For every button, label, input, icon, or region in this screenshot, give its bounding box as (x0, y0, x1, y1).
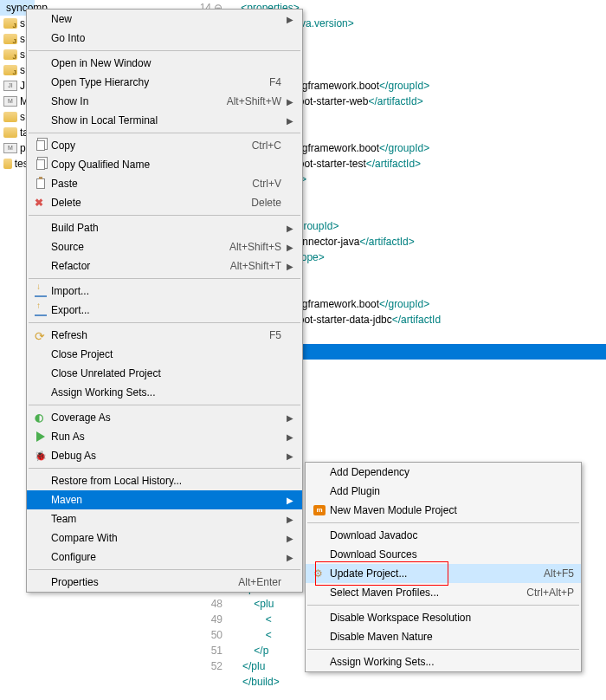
submenu-arrow-icon: ▶ (285, 262, 295, 271)
menu-shortcut: Alt+Shift+S (229, 241, 281, 253)
menu-label: Disable Workspace Resolution (330, 612, 574, 624)
menu-item-delete[interactable]: DeleteDelete (27, 193, 302, 212)
menu-item-compare-with[interactable]: Compare With▶ (27, 528, 302, 548)
menu-label: Show In (51, 95, 227, 107)
menu-label: Copy Qualified Name (51, 159, 285, 171)
menu-separator (29, 50, 300, 51)
submenu-arrow-icon: ▶ (285, 451, 295, 461)
menu-label: Download Sources (330, 548, 574, 561)
menu-item-download-javadoc[interactable]: Download Javadoc (306, 526, 581, 545)
menu-item-run-as[interactable]: Run As▶ (27, 427, 302, 446)
menu-shortcut: Delete (251, 197, 281, 209)
submenu-arrow-icon: ▶ (285, 496, 295, 505)
menu-item-download-sources[interactable]: Download Sources (306, 545, 581, 564)
menu-label: Configure (51, 551, 285, 563)
tree-label: s (20, 64, 25, 76)
menu-item-source[interactable]: SourceAlt+Shift+S▶ (27, 237, 302, 256)
menu-item-select-maven-profiles[interactable]: Select Maven Profiles...Ctrl+Alt+P (306, 583, 581, 602)
folder-icon: M (3, 143, 17, 153)
menu-item-update-project[interactable]: Update Project...Alt+F5 (306, 564, 581, 583)
menu-item-configure[interactable]: Configure▶ (27, 548, 302, 567)
folder-icon (3, 127, 17, 138)
menu-label: Download Javadoc (330, 529, 574, 541)
folder-icon (3, 18, 17, 29)
menu-separator (307, 649, 579, 650)
menu-label: Maven (51, 494, 285, 506)
menu-item-refactor[interactable]: RefactorAlt+Shift+T▶ (27, 256, 302, 275)
menu-label: Open in New Window (51, 57, 285, 69)
menu-item-restore-from-local-history[interactable]: Restore from Local History... (27, 471, 302, 490)
menu-label: Delete (51, 197, 251, 209)
debug-icon (30, 450, 51, 462)
m2-icon (309, 505, 330, 515)
menu-item-coverage-as[interactable]: Coverage As▶ (27, 408, 302, 427)
folder-icon (3, 65, 17, 75)
menu-item-disable-workspace-resolution[interactable]: Disable Workspace Resolution (306, 608, 581, 627)
menu-label: Source (51, 241, 229, 253)
menu-label: Import... (51, 285, 285, 297)
menu-label: Debug As (51, 450, 285, 462)
menu-shortcut: Alt+F5 (544, 567, 574, 580)
folder-icon: JI (3, 81, 17, 91)
menu-item-team[interactable]: Team▶ (27, 509, 302, 528)
menu-label: Run As (51, 431, 285, 443)
menu-shortcut: Ctrl+V (252, 178, 281, 190)
submenu-arrow-icon: ▶ (285, 116, 295, 126)
menu-item-copy[interactable]: CopyCtrl+C (27, 136, 302, 155)
submenu-arrow-icon: ▶ (285, 97, 295, 107)
menu-label: Close Project (51, 348, 285, 360)
menu-separator (29, 215, 300, 216)
menu-label: Show in Local Terminal (51, 114, 285, 126)
menu-separator (29, 322, 300, 323)
menu-label: Add Dependency (330, 466, 574, 478)
menu-item-import[interactable]: Import... (27, 282, 302, 301)
gears-icon (309, 567, 330, 580)
tree-label: p (20, 142, 26, 154)
menu-separator (29, 569, 300, 570)
menu-item-open-type-hierarchy[interactable]: Open Type HierarchyF4 (27, 73, 302, 92)
coverage-icon (30, 412, 51, 424)
menu-label: Refactor (51, 260, 230, 272)
tree-label: s (20, 33, 25, 45)
menu-label: New (51, 13, 285, 25)
menu-item-open-in-new-window[interactable]: Open in New Window (27, 54, 302, 73)
tree-label: s (20, 49, 25, 61)
folder-icon (3, 112, 17, 122)
menu-item-assign-working-sets[interactable]: Assign Working Sets... (27, 383, 302, 402)
menu-item-close-project[interactable]: Close Project (27, 345, 302, 364)
menu-item-new-maven-module-project[interactable]: New Maven Module Project (306, 501, 581, 520)
menu-item-paste[interactable]: PasteCtrl+V (27, 174, 302, 193)
import-icon (30, 285, 51, 297)
menu-label: Update Project... (330, 567, 544, 580)
menu-item-show-in[interactable]: Show InAlt+Shift+W▶ (27, 92, 302, 111)
menu-item-disable-maven-nature[interactable]: Disable Maven Nature (306, 627, 581, 646)
menu-item-go-into[interactable]: Go Into (27, 29, 302, 48)
menu-item-properties[interactable]: PropertiesAlt+Enter (27, 573, 302, 592)
menu-separator (29, 278, 300, 279)
submenu-arrow-icon: ▶ (285, 553, 295, 562)
menu-item-export[interactable]: Export... (27, 301, 302, 320)
folder-icon (3, 49, 17, 60)
menu-item-add-plugin[interactable]: Add Plugin (306, 482, 581, 501)
menu-label: Paste (51, 178, 252, 190)
menu-item-show-in-local-terminal[interactable]: Show in Local Terminal▶ (27, 111, 302, 130)
menu-shortcut: Alt+Shift+W (227, 95, 281, 107)
menu-item-assign-working-sets[interactable]: Assign Working Sets... (306, 652, 581, 671)
menu-item-new[interactable]: New▶ (27, 10, 302, 29)
menu-shortcut: Ctrl+Alt+P (526, 587, 574, 599)
menu-item-build-path[interactable]: Build Path▶ (27, 218, 302, 237)
folder-icon: M (3, 96, 17, 107)
menu-separator (29, 468, 300, 469)
menu-item-debug-as[interactable]: Debug As▶ (27, 446, 302, 465)
copy-icon (30, 140, 51, 151)
menu-item-add-dependency[interactable]: Add Dependency (306, 463, 581, 482)
menu-item-copy-qualified-name[interactable]: Copy Qualified Name (27, 155, 302, 174)
folder-icon (3, 34, 17, 44)
maven-submenu: Add DependencyAdd PluginNew Maven Module… (305, 462, 582, 672)
folder-icon (3, 159, 12, 169)
menu-item-close-unrelated-project[interactable]: Close Unrelated Project (27, 364, 302, 383)
menu-separator (29, 405, 300, 405)
menu-item-refresh[interactable]: RefreshF5 (27, 326, 302, 345)
menu-item-maven[interactable]: Maven▶ (27, 490, 302, 509)
menu-separator (29, 133, 300, 133)
